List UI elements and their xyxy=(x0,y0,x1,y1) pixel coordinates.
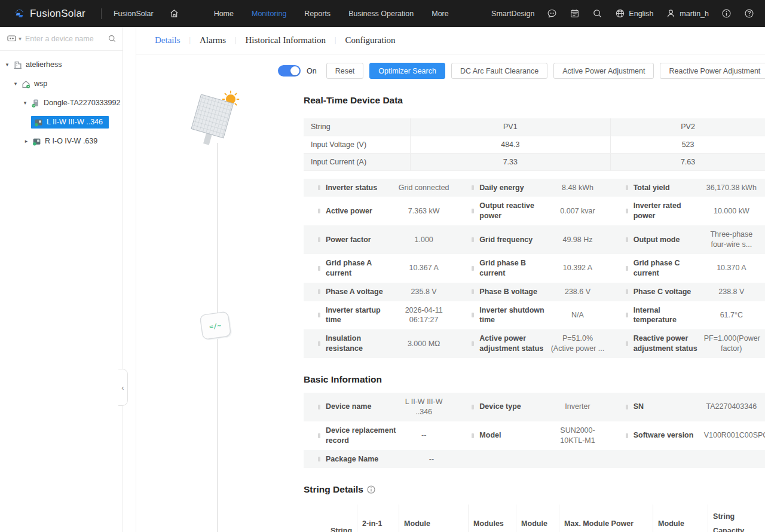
solar-panel-icon xyxy=(186,89,246,149)
col-header: PV2 xyxy=(611,118,765,136)
bullet-icon xyxy=(626,341,628,346)
tab-alarms[interactable]: Alarms xyxy=(191,35,235,45)
logo-text: FusionSolar xyxy=(30,8,85,20)
bullet-icon xyxy=(318,185,320,190)
kv-row: Package Name-- xyxy=(304,450,765,469)
user-menu[interactable]: martin_h xyxy=(666,8,709,19)
expand-arrow-icon[interactable]: ▾ xyxy=(4,62,11,68)
bullet-icon xyxy=(626,313,628,317)
basic-info-section-title: Basic Information xyxy=(304,374,765,385)
expand-arrow-icon[interactable]: ▾ xyxy=(12,81,19,87)
kv-row: Device replacement record-- ModelSUN2000… xyxy=(304,421,765,450)
bullet-icon xyxy=(472,341,474,346)
table-row: String PV1 PV2 xyxy=(304,118,765,136)
inverter-device-icon: =/~ xyxy=(197,305,235,346)
bullet-icon xyxy=(318,237,320,242)
tree-item-label: Dongle-TA2270333992 xyxy=(44,99,120,107)
cell-value: 484.3 xyxy=(410,136,611,153)
help-icon[interactable] xyxy=(744,8,754,19)
nav-reports[interactable]: Reports xyxy=(304,10,331,18)
active-power-adjustment-button[interactable]: Active Power Adjustment xyxy=(553,63,654,79)
device-search-input[interactable] xyxy=(25,35,104,43)
tree-item-label: atelierhess xyxy=(26,60,62,69)
col-header: String xyxy=(304,118,410,136)
nav-business-operation[interactable]: Business Operation xyxy=(348,10,414,18)
tree-item-inverter-selected[interactable]: L II-W III-W ..346 xyxy=(0,115,123,129)
tab-configuration[interactable]: Configuration xyxy=(336,35,404,45)
nav-smartdesign[interactable]: SmartDesign xyxy=(491,10,534,18)
kv-row: Insulation resistance3.000 MΩ Active pow… xyxy=(304,329,765,358)
tree-item-inverter-2[interactable]: ▸ R I-O IV-W .639 xyxy=(0,134,123,148)
optimizer-search-button[interactable]: Optimizer Search xyxy=(369,63,445,79)
bullet-icon xyxy=(472,237,474,242)
bullet-icon xyxy=(626,237,628,242)
header-divider xyxy=(101,8,102,19)
string-details-table: String 2-in-1 String Module Manufacturer… xyxy=(304,505,765,532)
home-icon xyxy=(169,8,179,19)
reset-button[interactable]: Reset xyxy=(326,63,364,79)
tab-historical-information[interactable]: Historical Information xyxy=(236,35,335,45)
info-icon[interactable] xyxy=(721,8,732,19)
tab-details[interactable]: Details xyxy=(146,35,189,45)
bullet-icon xyxy=(318,289,320,294)
organization-icon xyxy=(13,60,22,69)
kv-row: Inverter statusGrid connected Daily ener… xyxy=(304,179,765,197)
cell-value: 7.33 xyxy=(410,153,611,170)
device-toolbar: On Reset Optimizer Search DC Arc Fault C… xyxy=(278,63,765,79)
bullet-icon xyxy=(318,457,320,461)
expand-arrow-icon[interactable]: ▾ xyxy=(22,100,29,106)
header-right: SmartDesign English martin_h xyxy=(491,8,754,19)
message-icon[interactable] xyxy=(547,8,557,19)
cell-value: 523 xyxy=(611,136,765,153)
nav-monitoring[interactable]: Monitoring xyxy=(252,10,286,18)
bullet-icon xyxy=(626,185,628,190)
col-header: String xyxy=(326,505,357,532)
sidebar-collapse-handle[interactable]: ‹ xyxy=(118,369,128,406)
kv-row: Power factor1.000 Grid frequency49.98 Hz… xyxy=(304,225,765,254)
bullet-icon xyxy=(318,266,320,271)
col-header: Module Type xyxy=(516,505,559,532)
toggle-state-label: On xyxy=(307,67,317,75)
device-type-selector[interactable]: ▾ xyxy=(7,35,22,42)
table-header-row: String 2-in-1 String Module Manufacturer… xyxy=(304,505,765,532)
calendar-icon[interactable] xyxy=(570,8,580,19)
reactive-power-adjustment-button[interactable]: Reactive Power Adjustment xyxy=(660,63,765,79)
plant-icon xyxy=(22,80,30,88)
language-selector[interactable]: English xyxy=(615,8,653,19)
selected-tree-item: L II-W III-W ..346 xyxy=(31,116,109,129)
tree-item-dongle[interactable]: ▾ Dongle-TA2270333992 xyxy=(0,96,123,109)
chevron-down-icon: ▾ xyxy=(19,35,22,42)
globe-icon xyxy=(615,8,625,19)
col-header: Module Quantity xyxy=(653,505,708,532)
col-header: Module Manufacturer xyxy=(399,505,469,532)
bullet-icon xyxy=(626,433,628,438)
nav-home[interactable]: Home xyxy=(214,10,234,18)
details-content: =/~ On Reset Optimizer Search DC Arc Fau… xyxy=(136,54,765,532)
dongle-icon xyxy=(31,99,40,108)
string-details-section-title: String Details xyxy=(304,484,765,495)
tree-item-label: R I-O IV-W .639 xyxy=(45,137,97,145)
tree-item-company[interactable]: ▾ atelierhess xyxy=(0,58,123,71)
bullet-icon xyxy=(472,289,474,294)
search-icon[interactable] xyxy=(592,8,602,19)
col-header: 2-in-1 String xyxy=(357,505,399,532)
power-toggle[interactable] xyxy=(278,65,301,77)
col-header: Max. Module Power (Pmax) (W) xyxy=(559,505,653,532)
bullet-icon xyxy=(472,405,474,409)
string-details-info-icon[interactable] xyxy=(367,485,375,494)
collapsed-arrow-icon[interactable]: ▸ xyxy=(23,138,30,144)
bullet-icon xyxy=(318,313,320,317)
sidebar-search-icon[interactable] xyxy=(108,34,117,43)
nav-fusionsolar-portal[interactable]: FusionSolar xyxy=(114,8,179,19)
bullet-icon xyxy=(472,433,474,438)
portal-label: FusionSolar xyxy=(114,10,154,18)
inverter-icon xyxy=(32,137,41,146)
nav-more[interactable]: More xyxy=(432,10,448,18)
bullet-icon xyxy=(318,341,320,346)
inverter-icon xyxy=(34,118,43,127)
user-icon xyxy=(666,8,676,19)
dc-arc-fault-clearance-button[interactable]: DC Arc Fault Clearance xyxy=(451,63,547,79)
kv-row: Grid phase A current10.367 A Grid phase … xyxy=(304,254,765,283)
tree-item-plant[interactable]: ▾ wsp xyxy=(0,77,123,90)
bullet-icon xyxy=(318,405,320,409)
